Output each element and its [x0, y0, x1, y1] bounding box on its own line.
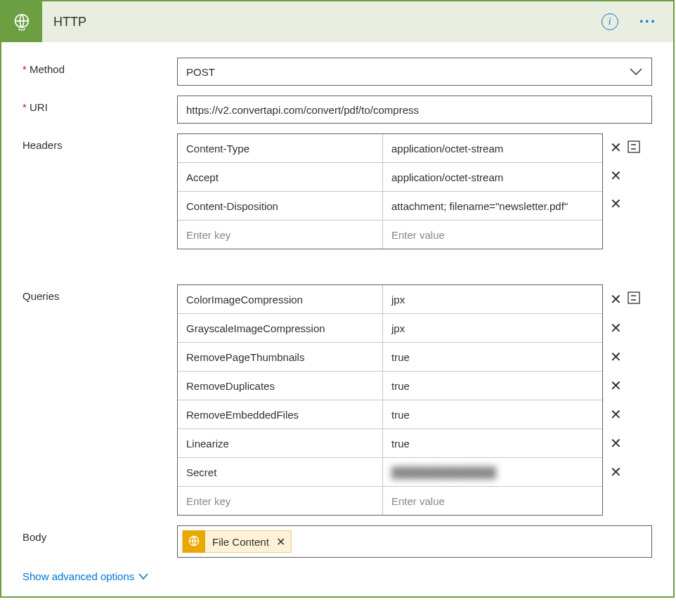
table-row: Enter key Enter value: [178, 221, 602, 249]
queries-row: Queries ColorImageCompression jpx Graysc…: [22, 284, 652, 516]
table-row: RemovePageThumbnails true: [178, 343, 602, 372]
delete-row-icon[interactable]: ✕: [610, 140, 622, 155]
table-row: Linearize true: [178, 429, 602, 458]
query-value-input[interactable]: jpx: [383, 314, 602, 342]
delete-row-icon[interactable]: ✕: [610, 321, 622, 335]
svg-rect-2: [628, 292, 639, 303]
globe-icon: [183, 530, 205, 553]
query-value-input[interactable]: true: [383, 372, 602, 400]
file-content-token[interactable]: File Content ✕: [182, 530, 292, 553]
table-row: GrayscaleImageCompression jpx: [178, 314, 602, 343]
body-row: Body File Content ✕: [22, 525, 652, 558]
switch-mode-icon[interactable]: [628, 140, 640, 155]
method-row: * Method POST: [22, 58, 652, 86]
delete-row-icon[interactable]: ✕: [610, 379, 622, 393]
query-key-input[interactable]: Secret: [178, 458, 383, 486]
table-row: RemoveDuplicates true: [178, 372, 602, 400]
info-icon[interactable]: i: [602, 13, 618, 30]
query-value-input[interactable]: jpx: [383, 285, 602, 313]
query-key-input[interactable]: GrayscaleImageCompression: [178, 314, 383, 342]
svg-rect-1: [628, 141, 639, 152]
card-header: HTTP i ···: [1, 1, 673, 42]
header-key-input[interactable]: Content-Type: [178, 134, 383, 162]
header-value-input[interactable]: attachment; filename="newsletter.pdf": [383, 192, 602, 220]
header-key-input[interactable]: Accept: [178, 163, 383, 191]
query-key-input[interactable]: ColorImageCompression: [178, 285, 383, 313]
table-row: ColorImageCompression jpx: [178, 285, 602, 314]
chevron-down-icon: [629, 65, 643, 79]
table-row: Enter key Enter value: [178, 487, 602, 515]
query-key-placeholder[interactable]: Enter key: [178, 487, 383, 515]
query-key-input[interactable]: Linearize: [178, 429, 383, 457]
delete-row-icon[interactable]: ✕: [610, 292, 622, 306]
queries-label: Queries: [22, 284, 177, 302]
headers-actions: ✕ ✕ ✕: [603, 133, 652, 275]
query-value-placeholder[interactable]: Enter value: [383, 487, 602, 515]
header-key-input[interactable]: Content-Disposition: [178, 192, 383, 220]
card-title: HTTP: [42, 15, 602, 30]
headers-table: Content-Type application/octet-stream Ac…: [177, 133, 603, 249]
headers-label: Headers: [22, 133, 177, 151]
token-remove-icon[interactable]: ✕: [276, 535, 285, 549]
http-icon: [1, 1, 42, 42]
body-input[interactable]: File Content ✕: [177, 525, 652, 558]
body-label: Body: [22, 525, 177, 543]
query-value-input[interactable]: true: [383, 429, 602, 457]
table-row: RemoveEmbeddedFiles true: [178, 400, 602, 429]
query-value-input[interactable]: true: [383, 343, 602, 371]
query-key-input[interactable]: RemoveDuplicates: [178, 372, 383, 400]
table-row: Secret ██████████████: [178, 458, 602, 487]
switch-mode-icon[interactable]: [628, 291, 640, 306]
table-row: Content-Type application/octet-stream: [178, 134, 602, 163]
delete-row-icon[interactable]: ✕: [610, 465, 622, 479]
query-key-input[interactable]: RemovePageThumbnails: [178, 343, 383, 371]
method-label: * Method: [22, 58, 177, 75]
card-body: * Method POST * URI https://v2.convertap…: [1, 42, 673, 596]
delete-row-icon[interactable]: ✕: [610, 350, 622, 364]
table-row: Accept application/octet-stream: [178, 163, 602, 192]
query-key-input[interactable]: RemoveEmbeddedFiles: [178, 400, 383, 428]
uri-row: * URI https://v2.convertapi.com/convert/…: [22, 96, 652, 124]
query-value-input[interactable]: true: [383, 400, 602, 428]
delete-row-icon[interactable]: ✕: [610, 436, 622, 450]
delete-row-icon[interactable]: ✕: [610, 407, 622, 421]
show-advanced-link[interactable]: Show advanced options: [22, 568, 148, 582]
header-key-placeholder[interactable]: Enter key: [178, 221, 383, 249]
method-value: POST: [186, 66, 215, 78]
queries-actions: ✕ ✕ ✕ ✕ ✕ ✕ ✕: [603, 284, 652, 514]
header-value-input[interactable]: application/octet-stream: [383, 134, 602, 162]
uri-input[interactable]: https://v2.convertapi.com/convert/pdf/to…: [177, 96, 652, 124]
header-value-placeholder[interactable]: Enter value: [383, 221, 602, 249]
query-value-input[interactable]: ██████████████: [383, 458, 602, 486]
more-menu-icon[interactable]: ···: [639, 18, 656, 25]
http-action-card: HTTP i ··· * Method POST * URI https://v…: [0, 0, 675, 598]
delete-row-icon[interactable]: ✕: [610, 169, 622, 183]
table-row: Content-Disposition attachment; filename…: [178, 192, 602, 221]
delete-row-icon[interactable]: ✕: [610, 197, 622, 211]
method-dropdown[interactable]: POST: [177, 58, 652, 86]
queries-table: ColorImageCompression jpx GrayscaleImage…: [177, 284, 603, 516]
uri-label: * URI: [22, 96, 177, 113]
token-label: File Content: [212, 536, 269, 548]
headers-row: Headers Content-Type application/octet-s…: [22, 133, 652, 275]
chevron-down-icon: [138, 571, 148, 582]
header-value-input[interactable]: application/octet-stream: [383, 163, 602, 191]
